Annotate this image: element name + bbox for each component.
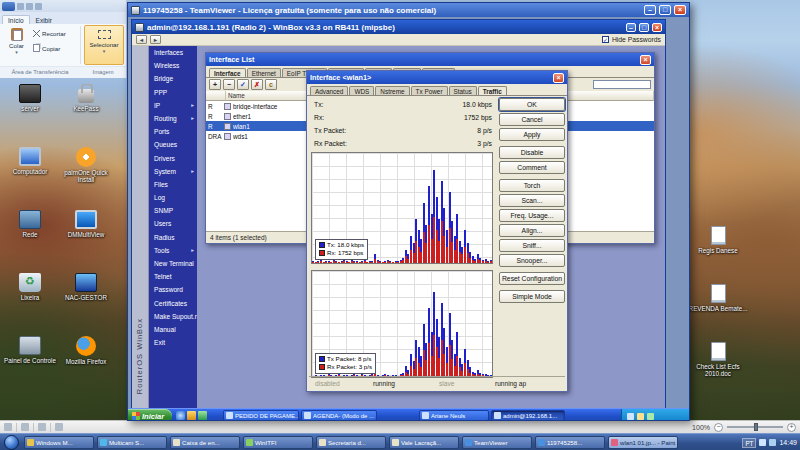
sidebar-item-new-terminal[interactable]: New Terminal	[149, 257, 197, 270]
sidebar-item-interfaces[interactable]: Interfaces	[149, 46, 197, 59]
sidebar-item-log[interactable]: Log	[149, 191, 197, 204]
sidebar-item-manual[interactable]: Manual	[149, 323, 197, 336]
outlook-icon[interactable]	[187, 411, 196, 420]
remote-task-button-pedido-de-pagame[interactable]: PEDIDO DE PAGAME...	[223, 410, 299, 420]
sidebar-item-tools[interactable]: Tools▸	[149, 244, 197, 257]
reset-configuration-button[interactable]: Reset Configuration	[499, 272, 565, 285]
start-button[interactable]	[4, 435, 19, 450]
desktop-icon-palmone-quick-install[interactable]: palmOne Quick Install	[58, 147, 114, 210]
remote-start-button[interactable]: Iniciar	[128, 409, 172, 420]
tray-icon[interactable]	[627, 413, 634, 420]
desktop-icon-rede[interactable]: Rede	[2, 210, 58, 273]
language-indicator[interactable]: PT	[742, 438, 756, 448]
taskbar-button-secretaria-d[interactable]: Secretaria d...	[316, 436, 386, 449]
sidebar-item-certificates[interactable]: Certificates	[149, 297, 197, 310]
zoom-slider-thumb[interactable]	[754, 423, 758, 431]
undo-icon[interactable]: ◄	[136, 35, 147, 44]
zoom-in-button[interactable]: +	[787, 423, 796, 432]
taskbar-button-119745258[interactable]: 119745258...	[535, 436, 605, 449]
sidebar-item-exit[interactable]: Exit	[149, 336, 197, 349]
desktop-icon-nac-gestor[interactable]: NAC-GESTOR	[58, 273, 114, 336]
sidebar-item-telnet[interactable]: Telnet	[149, 270, 197, 283]
add-icon[interactable]: +	[209, 79, 221, 90]
ie-icon[interactable]	[176, 411, 185, 420]
cut-button[interactable]: Recortar	[33, 30, 66, 37]
sidebar-item-files[interactable]: Files	[149, 178, 197, 191]
taskbar-button-multicam-s[interactable]: Multicam S...	[97, 436, 167, 449]
tray-icon[interactable]	[647, 413, 654, 420]
tab-ethernet[interactable]: Ethernet	[247, 68, 281, 77]
minimize-button[interactable]: –	[626, 23, 636, 32]
taskbar-button-teamviewer[interactable]: TeamViewer	[462, 436, 532, 449]
sidebar-item-ip[interactable]: IP▸	[149, 99, 197, 112]
tab-interface[interactable]: Interface	[209, 68, 246, 77]
scan-button[interactable]: Scan...	[499, 194, 565, 207]
close-button[interactable]: ×	[652, 23, 662, 32]
tab-wds[interactable]: WDS	[349, 86, 374, 95]
remote-task-button-ariane-neuls[interactable]: Ariane Neuls	[419, 410, 489, 420]
simple-mode-button[interactable]: Simple Mode	[499, 290, 565, 303]
desktop-icon-computador[interactable]: Computador	[2, 147, 58, 210]
interface-list-title-bar[interactable]: Interface List ×	[206, 53, 654, 66]
wlan1-dialog-title-bar[interactable]: Interface <wlan1> ×	[307, 71, 567, 84]
maximize-button[interactable]: □	[639, 23, 649, 32]
network-tray-icon[interactable]	[759, 439, 766, 446]
copy-button[interactable]: Copiar	[33, 44, 60, 52]
align-button[interactable]: Align...	[499, 224, 565, 237]
sidebar-item-make-supout-rif[interactable]: Make Supout.rif	[149, 310, 197, 323]
comment-button[interactable]: Comment	[499, 161, 565, 174]
close-icon[interactable]: ×	[640, 55, 651, 65]
ok-button[interactable]: OK	[499, 98, 565, 111]
sidebar-item-bridge[interactable]: Bridge	[149, 72, 197, 85]
maximize-button[interactable]: □	[659, 5, 671, 15]
torch-button[interactable]: Torch	[499, 179, 565, 192]
comment-icon[interactable]: c	[265, 79, 277, 90]
snooper-button[interactable]: Snooper...	[499, 254, 565, 267]
zoom-slider[interactable]	[727, 426, 783, 428]
sidebar-item-users[interactable]: Users	[149, 217, 197, 230]
zoom-out-button[interactable]: −	[714, 423, 723, 432]
taskbar-button-vale-lacra[interactable]: Vale Lacraçã...	[389, 436, 459, 449]
sidebar-item-password[interactable]: Password	[149, 283, 197, 296]
redo-icon[interactable]	[35, 3, 42, 10]
tab-in-cio[interactable]: Início	[2, 15, 30, 24]
disable-button[interactable]: Disable	[499, 146, 565, 159]
desktop-icon-revenda-bemate[interactable]: REVENDA Bemate...	[687, 284, 749, 342]
winbox-title-bar[interactable]: admin@192.168.1.191 (Radio 2) - WinBox v…	[132, 20, 665, 34]
volume-tray-icon[interactable]	[769, 439, 776, 446]
tab-nstreme[interactable]: Nstreme	[375, 86, 409, 95]
tab-status[interactable]: Status	[449, 86, 477, 95]
desktop-icon-keepass[interactable]: KeePass	[58, 84, 114, 147]
minimize-button[interactable]: –	[644, 5, 656, 15]
teamviewer-title-bar[interactable]: 119745258 - TeamViewer - Licença gratuit…	[128, 3, 689, 17]
save-icon[interactable]	[17, 3, 24, 10]
redo-icon[interactable]: ►	[150, 35, 161, 44]
taskbar-button-windows-m[interactable]: Windows M...	[24, 436, 94, 449]
tray-icon[interactable]	[637, 413, 644, 420]
paint-menu-button[interactable]	[2, 2, 15, 11]
remote-task-button-agenda-modo-de[interactable]: AGENDA- (Modo de ...	[301, 410, 377, 420]
sniff-button[interactable]: Sniff...	[499, 239, 565, 252]
close-button[interactable]: ×	[674, 5, 686, 15]
sidebar-item-ppp[interactable]: PPP	[149, 86, 197, 99]
sidebar-item-routing[interactable]: Routing▸	[149, 112, 197, 125]
enable-icon[interactable]: ✓	[237, 79, 249, 90]
sidebar-item-radius[interactable]: Radius	[149, 231, 197, 244]
taskbar-button-winitfi[interactable]: WinITFI	[243, 436, 313, 449]
tab-tx-power[interactable]: Tx Power	[411, 86, 448, 95]
msn-icon[interactable]	[198, 411, 207, 420]
desktop-icon-mozilla-firefox[interactable]: Mozilla Firefox	[58, 336, 114, 399]
sidebar-item-queues[interactable]: Queues	[149, 138, 197, 151]
sidebar-item-drivers[interactable]: Drivers	[149, 152, 197, 165]
desktop-icon-regis-danese[interactable]: Regis Danese	[687, 226, 749, 284]
desktop-icon-lixeira[interactable]: ♻Lixeira	[2, 273, 58, 336]
tab-advanced[interactable]: Advanced	[310, 86, 348, 95]
remove-icon[interactable]: −	[223, 79, 235, 90]
paste-button[interactable]: Colar ▾	[2, 25, 31, 65]
tab-traffic[interactable]: Traffic	[478, 86, 507, 95]
undo-icon[interactable]	[26, 3, 33, 10]
cancel-button[interactable]: Cancel	[499, 113, 565, 126]
sidebar-item-snmp[interactable]: SNMP	[149, 204, 197, 217]
remote-task-button-admin-192-168-1[interactable]: admin@192.168.1...	[491, 410, 565, 420]
select-button[interactable]: Selecionar ▾	[84, 25, 124, 65]
